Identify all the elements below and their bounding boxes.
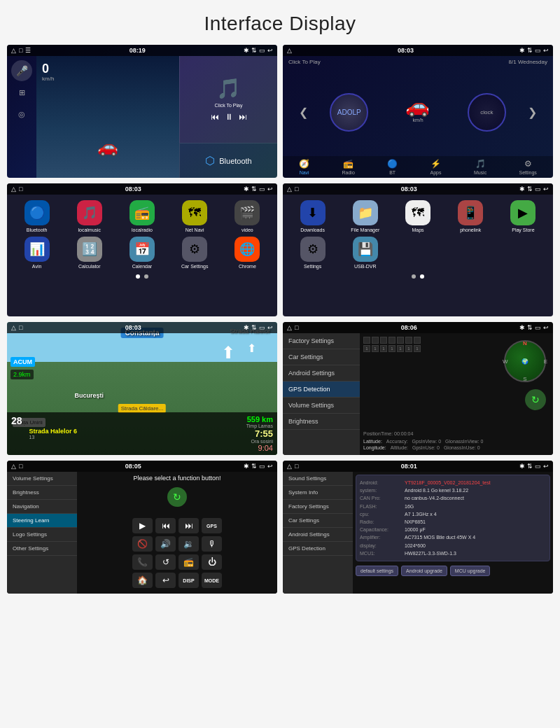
menu-android-settings[interactable]: Android Settings — [283, 365, 360, 382]
app-downloads[interactable]: ⬇ Downloads — [288, 200, 337, 232]
nav-bar[interactable]: 🧭 Navi 📻 Radio 🔵 BT ⚡ Apps 🎵 Music — [283, 156, 553, 178]
screen-system-info[interactable]: △ □ 08:01 ✱ ⇅ ▭ ↩ Sound Settings System … — [283, 461, 553, 594]
menu8-car[interactable]: Car Settings — [283, 514, 353, 528]
grid-icon[interactable]: ⊞ — [19, 88, 25, 97]
ctrl-disp[interactable]: DISP — [178, 573, 199, 588]
app-grid-2[interactable]: ⬇ Downloads 📁 File Manager 🗺 Maps 📱 phon… — [288, 200, 547, 269]
menu8-sysinfo[interactable]: System Info — [283, 486, 353, 500]
nav-settings[interactable]: ⚙ Settings — [519, 159, 537, 175]
menu8-gps[interactable]: GPS Detection — [283, 542, 353, 556]
ctrl-phone[interactable]: 📞 — [132, 554, 153, 570]
app-bluetooth[interactable]: 🔵 Bluetooth — [13, 200, 61, 232]
refresh-btn-7[interactable]: ↻ — [167, 487, 187, 507]
ctrl-mic[interactable]: 🎙 — [202, 536, 222, 552]
menu7-brightness[interactable]: Brightness — [7, 486, 77, 500]
app-maps[interactable]: 🗺 Maps — [393, 200, 442, 232]
steering-controls-grid[interactable]: ▶ ⏮ ⏭ GPS 🚫 🔊 🔉 🎙 📞 ↺ 📻 ⏻ 🏠 ↩ DISP MODE — [130, 515, 225, 591]
music-panel[interactable]: 🎵 Click To Play ⏮ ⏸ ⏭ — [179, 56, 277, 143]
ctrl-power[interactable]: ⏻ — [202, 554, 222, 570]
nav-icon[interactable]: ◎ — [18, 110, 25, 119]
app-chrome[interactable]: 🌐 Chrome — [223, 237, 272, 269]
android-upgrade-btn[interactable]: Android upgrade — [401, 566, 447, 576]
app-phonelink[interactable]: 📱 phonelink — [447, 200, 495, 232]
app-grid-1[interactable]: 🔵 Bluetooth 🎵 localmusic 📻 localradio 🗺 … — [13, 200, 272, 269]
screen-steering[interactable]: △ □ 08:05 ✱ ⇅ ▭ ↩ Volume Settings Bright… — [7, 461, 277, 594]
home-icon-3: △ — [11, 186, 16, 192]
nav-navi[interactable]: 🧭 Navi — [299, 159, 309, 175]
mic-button[interactable]: 🎤 — [11, 60, 32, 81]
ctrl-next[interactable]: ⏭ — [178, 518, 199, 533]
prev-button[interactable]: ⏮ — [211, 112, 219, 122]
default-settings-btn[interactable]: default settings — [356, 566, 398, 576]
app-carsettings[interactable]: ⚙ Car Settings — [171, 237, 219, 269]
settings-menu-7[interactable]: Volume Settings Brightness Navigation St… — [7, 472, 77, 594]
app-video[interactable]: 🎬 video — [223, 200, 272, 232]
menu7-other[interactable]: Other Settings — [7, 542, 77, 556]
ctrl-back[interactable]: ↺ — [155, 554, 176, 570]
music-controls[interactable]: ⏮ ⏸ ⏭ — [211, 112, 247, 122]
nav-radio[interactable]: 📻 Radio — [342, 159, 355, 175]
menu7-logo[interactable]: Logo Settings — [7, 528, 77, 542]
ctrl-radio[interactable]: 📻 — [178, 554, 199, 570]
dot-1[interactable] — [136, 274, 140, 279]
screen-app-drawer[interactable]: △ □ 08:03 ✱ ⇅ ▭ ↩ 🔵 Bluetooth 🎵 localmus… — [7, 183, 277, 316]
bluetooth-panel[interactable]: ⬡ Bluetooth — [179, 143, 277, 178]
menu7-steering[interactable]: Steering Learn — [7, 514, 77, 528]
screen-media-player[interactable]: △ 08:03 ✱ ⇅ ▭ ↩ Click To Play 8/1 Wednes… — [283, 45, 553, 178]
nav-bt[interactable]: 🔵 BT — [387, 159, 398, 175]
steering-panel: Please select a function button! ↻ ▶ ⏮ ⏭… — [77, 472, 277, 594]
settings-menu-6[interactable]: Factory Settings Car Settings Android Se… — [283, 333, 360, 455]
dot-4-2[interactable] — [420, 274, 424, 279]
app-playstore[interactable]: ▶ Play Store — [499, 200, 547, 232]
screen-gps-settings[interactable]: △ □ 08:06 ✱ ⇅ ▭ ↩ Factory Settings Car S… — [283, 322, 553, 455]
settings-menu-8[interactable]: Sound Settings System Info Factory Setti… — [283, 472, 353, 594]
app-filemanager[interactable]: 📁 File Manager — [341, 200, 389, 232]
bt-icon-4: ✱ — [519, 186, 525, 192]
ctrl-home[interactable]: 🏠 — [132, 573, 153, 588]
refresh-button[interactable]: ↻ — [525, 389, 546, 410]
menu-car-settings[interactable]: Car Settings — [283, 349, 360, 365]
app-calendar[interactable]: 📅 Calendar — [118, 237, 166, 269]
app-netnavi[interactable]: 🗺 Net Navi — [171, 200, 219, 232]
menu8-factory[interactable]: Factory Settings — [283, 500, 353, 514]
next-button[interactable]: ⏭ — [239, 112, 247, 122]
screen-music-bluetooth[interactable]: △ □ ☰ 08:19 ✱ ⇅ ▭ ↩ 🎤 ⊞ ◎ 0 km/h 🚗 — [7, 45, 277, 178]
app-settings2[interactable]: ⚙ Settings — [288, 237, 337, 269]
system-action-buttons[interactable]: default settings Android upgrade MCU upg… — [356, 566, 550, 576]
app-localmusic[interactable]: 🎵 localmusic — [65, 200, 113, 232]
menu7-volume[interactable]: Volume Settings — [7, 472, 77, 486]
nav-apps[interactable]: ⚡ Apps — [430, 159, 442, 175]
dot-4-1[interactable] — [412, 274, 416, 279]
menu-brightness[interactable]: Brightness — [283, 414, 360, 430]
screen-gps-map[interactable]: △ □ 08:03 ✱ ⇅ ▭ ↩ Constanța Strada Halel… — [7, 322, 277, 455]
menu-factory-settings[interactable]: Factory Settings — [283, 333, 360, 349]
menu-gps-detection[interactable]: GPS Detection — [283, 382, 360, 398]
dot-2[interactable] — [144, 274, 148, 279]
page-dots-4[interactable] — [288, 274, 547, 279]
app-localradio[interactable]: 📻 localradio — [118, 200, 166, 232]
screen-more-apps[interactable]: △ □ 08:03 ✱ ⇅ ▭ ↩ ⬇ Downloads 📁 File Man… — [283, 183, 553, 316]
back-4: ↩ — [543, 186, 549, 192]
mcu-upgrade-btn[interactable]: MCU upgrade — [450, 566, 491, 576]
menu8-android[interactable]: Android Settings — [283, 528, 353, 542]
menu7-navigation[interactable]: Navigation — [7, 500, 77, 514]
ctrl-vol-up[interactable]: 🔊 — [155, 536, 176, 552]
ctrl-mode[interactable]: MODE — [202, 573, 222, 588]
next-arrow[interactable]: ❯ — [528, 106, 537, 119]
ctrl-mute[interactable]: 🚫 — [132, 536, 153, 552]
ctrl-gps[interactable]: GPS — [202, 518, 222, 533]
nav-music[interactable]: 🎵 Music — [474, 159, 486, 175]
page-dots-3[interactable] — [13, 274, 272, 279]
ctrl-prev[interactable]: ⏮ — [155, 518, 176, 533]
ctrl-return[interactable]: ↩ — [155, 573, 176, 588]
prev-arrow[interactable]: ❮ — [299, 106, 308, 119]
menu8-sound[interactable]: Sound Settings — [283, 472, 353, 486]
play-button[interactable]: ⏸ — [225, 112, 233, 122]
steering-refresh[interactable]: ↻ — [167, 487, 187, 507]
app-usbdvr[interactable]: 💾 USB-DVR — [341, 237, 389, 269]
ctrl-play[interactable]: ▶ — [132, 518, 153, 533]
menu-volume-settings[interactable]: Volume Settings — [283, 398, 360, 414]
app-calculator[interactable]: 🔢 Calculator — [65, 237, 113, 269]
app-avin[interactable]: 📊 Avin — [13, 237, 61, 269]
ctrl-vol-down[interactable]: 🔉 — [178, 536, 199, 552]
